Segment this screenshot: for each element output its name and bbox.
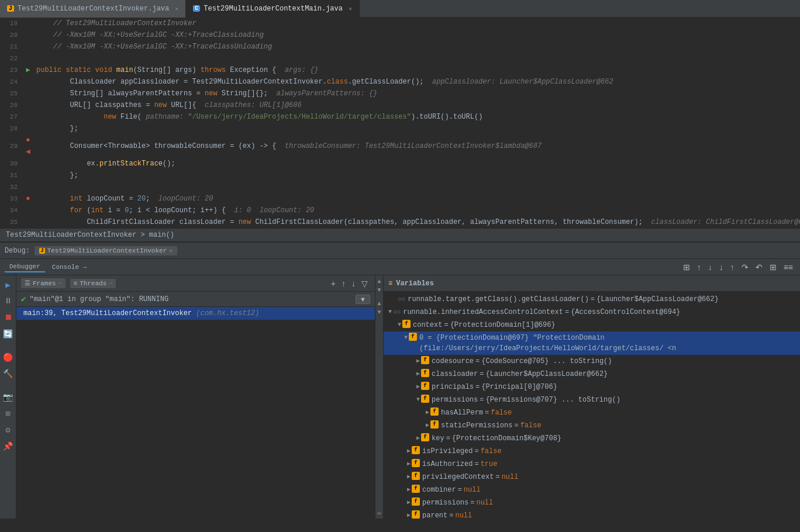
toolbar-run-to-cursor[interactable]: ↷ (739, 261, 751, 273)
scroll-down-btn[interactable]: ▼ (375, 285, 384, 294)
debug-content: ▶ ⏸ ⏹ 🔄 🔴 🔨 📷 ⊞ ⚙ 📌 ☰ Frames → (0, 275, 800, 519)
scroll-up-btn2[interactable]: ▲ (375, 299, 384, 308)
toolbar-settings[interactable]: ≡≡ (781, 261, 795, 273)
sidebar-resume[interactable]: ▶ (1, 278, 15, 292)
tab-invoker[interactable]: J Test29MultiLoaderContextInvoker.java ✕ (0, 0, 186, 18)
frame-item-0[interactable]: main:39, Test29MultiLoaderContextInvoker… (16, 307, 375, 320)
var-item-5[interactable]: ▶ f classloader = {Launcher$AppClassLoad… (384, 368, 800, 381)
code-lines: 19 // Test29MultiLoaderContextInvoker 20… (0, 18, 800, 228)
var-item-12[interactable]: ▶ f isAuthorized = true (384, 458, 800, 471)
var-icon-9: f (430, 420, 439, 429)
var-expand-6[interactable]: ▶ (416, 382, 420, 392)
var-item-11[interactable]: ▶ f isPrivileged = false (384, 445, 800, 458)
var-expand-11[interactable]: ▶ (407, 446, 411, 457)
thread-selector: ✔ "main"@1 in group "main": RUNNING ▼ (16, 292, 375, 307)
session-tab-close[interactable]: ✕ (169, 247, 173, 254)
var-icon-13: f (412, 472, 420, 480)
code-line-20: 20 // -Xmx10M -XX:+UseSerialGC -XX:+Trac… (0, 29, 800, 41)
toolbar-show-frames[interactable]: ⊞ (681, 261, 692, 273)
var-icon-1: ○○ (393, 307, 401, 317)
var-expand-8[interactable]: ▶ (426, 407, 429, 418)
toolbar-trace[interactable]: ⊞ (767, 261, 779, 273)
var-icon-5: f (421, 369, 429, 377)
sidebar-rerun[interactable]: 🔄 (1, 327, 15, 341)
sidebar-mute[interactable]: 🔴 (1, 350, 15, 364)
sidebar-snapshot[interactable]: 📷 (1, 390, 15, 404)
scroll-infinity-btn[interactable]: ∞ (376, 509, 382, 517)
toolbar-step-out[interactable]: ↑ (728, 261, 737, 273)
breadcrumb-text: Test29MultiLoaderContextInvoker > main() (6, 231, 174, 239)
tab-close-invoker[interactable]: ✕ (175, 5, 178, 12)
var-expand-2[interactable]: ▼ (398, 320, 401, 330)
var-expand-14[interactable]: ▶ (407, 485, 411, 495)
var-item-8[interactable]: ▶ f hasAllPerm = false (384, 406, 800, 419)
var-item-4[interactable]: ▶ f codesource = {CodeSource@705} ... to… (384, 355, 800, 368)
var-item-6[interactable]: ▶ f principals = {Principal[0]@706} (384, 381, 800, 393)
var-expand-10[interactable]: ▶ (416, 433, 420, 444)
frames-action-up[interactable]: ↑ (339, 278, 348, 289)
tab-main[interactable]: C Test29MultiLoaderContextMain.java ✕ (186, 0, 360, 18)
var-icon-8: f (430, 407, 439, 416)
var-item-10[interactable]: ▶ f key = {ProtectionDomain$Key@708} (384, 432, 800, 445)
var-item-16[interactable]: ▶ f parent = null (384, 509, 800, 519)
tab-bar: J Test29MultiLoaderContextInvoker.java ✕… (0, 0, 800, 18)
tab-console[interactable]: Console → (47, 262, 91, 272)
var-expand-4[interactable]: ▶ (416, 356, 420, 367)
var-expand-13[interactable]: ▶ (407, 472, 411, 482)
var-item-14[interactable]: ▶ f combiner = null (384, 483, 800, 496)
frames-tab-icon: ☰ (25, 279, 30, 287)
sidebar-layout[interactable]: ⊞ (1, 406, 15, 420)
var-expand-12[interactable]: ▶ (407, 459, 411, 469)
console-tab-label: Console → (52, 264, 87, 271)
var-icon-3: f (409, 333, 417, 341)
var-expand-5[interactable]: ▶ (416, 369, 420, 379)
scroll-down-btn2[interactable]: ▼ (375, 308, 384, 316)
variables-list[interactable]: ○○ runnable.target.getClass().getClassLo… (384, 292, 800, 519)
debug-toolbar: Debugger Console → ⊞ ↑ ↓ ↓ ↑ ↷ ↶ ⊞ ≡≡ (0, 259, 800, 275)
var-expand-7[interactable]: ▼ (416, 395, 420, 405)
debug-label: Debug: (5, 247, 30, 255)
frames-action-filter[interactable]: ▽ (359, 278, 370, 289)
var-icon-6: f (421, 382, 429, 390)
var-icon-16: f (412, 510, 420, 519)
var-item-7[interactable]: ▼ f permissions = {Permissions@707} ... … (384, 393, 800, 406)
frames-action-add[interactable]: + (329, 278, 338, 289)
tab-debugger[interactable]: Debugger (5, 262, 45, 272)
code-line-29: 29 ● ◀ Consumer<Throwable> throwableCons… (0, 134, 800, 158)
var-expand-1[interactable]: ▼ (388, 307, 392, 317)
var-expand-16[interactable]: ▶ (407, 510, 411, 519)
var-icon-15: f (412, 498, 420, 506)
var-item-15[interactable]: ▶ f permissions = null (384, 496, 800, 509)
sidebar-stop[interactable]: ⏹ (1, 310, 15, 324)
var-item-9[interactable]: ▶ f staticPermissions = false (384, 419, 800, 432)
var-expand-15[interactable]: ▶ (407, 498, 411, 508)
sidebar-pause[interactable]: ⏸ (1, 294, 15, 308)
toolbar-step-over[interactable]: ↑ (695, 261, 704, 273)
sidebar-build[interactable]: 🔨 (1, 367, 15, 381)
var-expand-3[interactable]: ▼ (404, 333, 408, 343)
debug-session-tab[interactable]: J Test29MultiLoaderContextInvoker ✕ (35, 246, 177, 255)
code-line-33: 33 ● int loopCount = 20; loopCount: 20 (0, 193, 800, 205)
var-item-1[interactable]: ▼ ○○ runnable.inheritedAccessControlCont… (384, 306, 800, 319)
variables-icon: ≡ (388, 279, 392, 288)
toolbar-step-into[interactable]: ↓ (706, 261, 715, 273)
thread-dropdown-btn[interactable]: ▼ (356, 295, 370, 304)
tab-close-main[interactable]: ✕ (349, 5, 352, 12)
sidebar-pin[interactable]: 📌 (1, 439, 15, 453)
frame-label-0: main:39, Test29MultiLoaderContextInvoker… (23, 309, 259, 317)
threads-tab[interactable]: ≡ Threads → (70, 279, 116, 288)
var-expand-9[interactable]: ▶ (426, 420, 429, 431)
scroll-up-btn[interactable]: ▲ (375, 277, 384, 285)
code-line-28: 28 }; (0, 123, 800, 134)
var-item-0[interactable]: ○○ runnable.target.getClass().getClassLo… (384, 293, 800, 306)
sidebar-settings2[interactable]: ⚙ (1, 423, 15, 437)
breadcrumb: Test29MultiLoaderContextInvoker > main() (0, 228, 800, 241)
frames-tab[interactable]: ☰ Frames → (21, 278, 65, 288)
toolbar-evaluate[interactable]: ↶ (753, 261, 765, 273)
code-line-25: 25 String[] alwaysParentPatterns = new S… (0, 88, 800, 99)
var-item-13[interactable]: ▶ f privilegedContext = null (384, 471, 800, 483)
frames-action-down[interactable]: ↓ (349, 278, 358, 289)
toolbar-force-step-into[interactable]: ↓ (717, 261, 726, 273)
var-item-2[interactable]: ▼ f context = {ProtectionDomain[1]@696} (384, 319, 800, 331)
var-item-3[interactable]: ▼ f 0 = {ProtectionDomain@697} "Protecti… (384, 331, 800, 355)
